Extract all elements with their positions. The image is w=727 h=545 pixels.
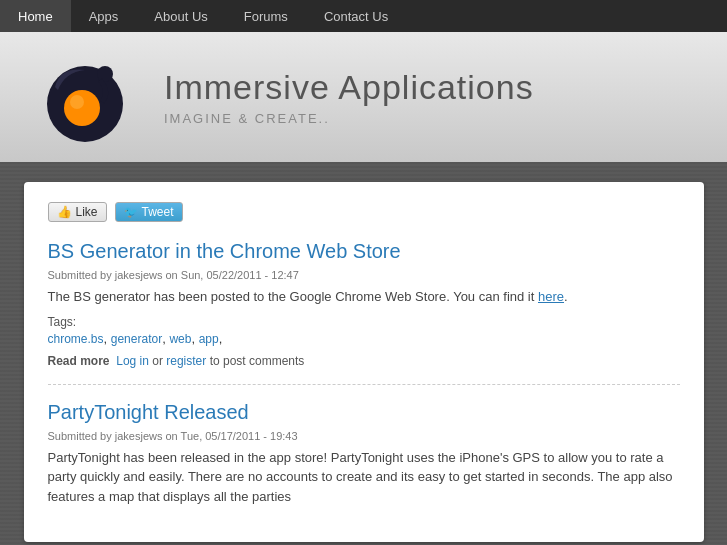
site-title-block: Immersive Applications IMAGINE & CREATE.… xyxy=(164,68,534,126)
tag-web[interactable]: web xyxy=(169,332,191,346)
like-button[interactable]: 👍 Like xyxy=(48,202,107,222)
article-2-meta: Submitted by jakesjews on Tue, 05/17/201… xyxy=(48,430,680,442)
site-logo xyxy=(30,52,140,142)
site-tagline: IMAGINE & CREATE.. xyxy=(164,111,534,126)
nav-item-forums[interactable]: Forums xyxy=(226,0,306,32)
article-1-meta: Submitted by jakesjews on Sun, 05/22/201… xyxy=(48,269,680,281)
article-1-body-link[interactable]: here xyxy=(538,289,564,304)
article-1-body: The BS generator has been posted to the … xyxy=(48,287,680,307)
tweet-button[interactable]: 🐦 Tweet xyxy=(115,202,183,222)
site-title: Immersive Applications xyxy=(164,68,534,107)
article-2-title[interactable]: PartyTonight Released xyxy=(48,401,680,424)
nav-item-about[interactable]: About Us xyxy=(136,0,225,32)
tag-chrome-bs[interactable]: chrome.bs xyxy=(48,332,104,346)
login-link[interactable]: Log in xyxy=(116,354,149,368)
read-more-link[interactable]: Read more xyxy=(48,354,110,368)
article-2: PartyTonight Released Submitted by jakes… xyxy=(48,384,680,507)
nav-bar: Home Apps About Us Forums Contact Us xyxy=(0,0,727,32)
nav-item-home[interactable]: Home xyxy=(0,0,71,32)
svg-point-3 xyxy=(97,66,113,82)
tags-label: Tags: xyxy=(48,315,680,329)
article-1-title[interactable]: BS Generator in the Chrome Web Store xyxy=(48,240,680,263)
like-label: Like xyxy=(76,205,98,219)
article-2-body: PartyTonight has been released in the ap… xyxy=(48,448,680,507)
article-1: BS Generator in the Chrome Web Store Sub… xyxy=(48,240,680,368)
article-1-tags: chrome.bs, generator, web, app, xyxy=(48,331,680,346)
bird-icon: 🐦 xyxy=(124,206,138,219)
tag-app[interactable]: app xyxy=(199,332,219,346)
article-1-footer: Read more Log in or register to post com… xyxy=(48,354,680,368)
nav-item-apps[interactable]: Apps xyxy=(71,0,137,32)
content-area: 👍 Like 🐦 Tweet BS Generator in the Chrom… xyxy=(24,182,704,542)
nav-item-contact[interactable]: Contact Us xyxy=(306,0,406,32)
svg-point-1 xyxy=(64,90,100,126)
site-header: Immersive Applications IMAGINE & CREATE.… xyxy=(0,32,727,162)
social-bar: 👍 Like 🐦 Tweet xyxy=(48,202,680,222)
tweet-label: Tweet xyxy=(142,205,174,219)
register-link[interactable]: register xyxy=(166,354,206,368)
tag-generator[interactable]: generator xyxy=(111,332,162,346)
thumbs-up-icon: 👍 xyxy=(57,205,72,219)
svg-point-2 xyxy=(70,95,84,109)
